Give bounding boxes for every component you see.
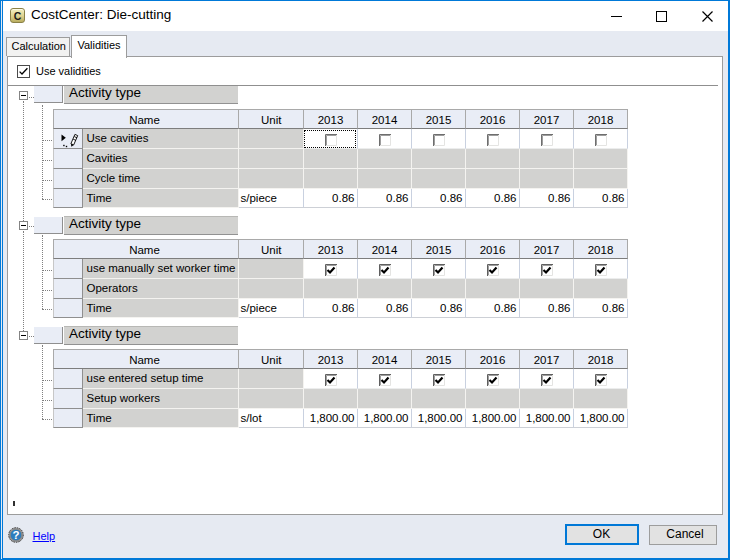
svg-text:?: ? [12, 529, 19, 541]
